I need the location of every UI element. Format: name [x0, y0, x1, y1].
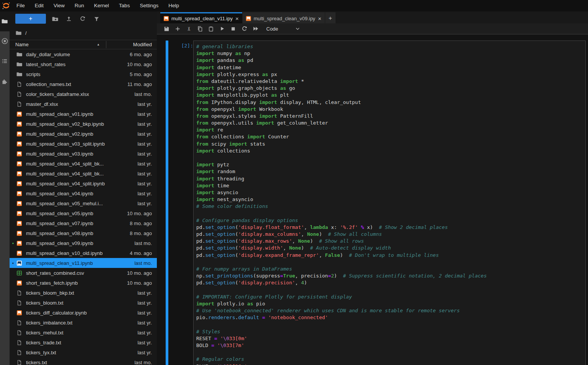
breadcrumb[interactable]: /	[10, 26, 157, 40]
kernel-dot-placeholder: ●	[10, 351, 16, 354]
run-button[interactable]	[217, 24, 228, 33]
file-name: multi_spread_clean_v03_split.ipynb	[26, 141, 137, 147]
running-icon[interactable]	[2, 38, 8, 44]
active-cell-indicator	[166, 41, 168, 365]
file-row[interactable]: ●tickers_trade.txtlast yr.	[10, 337, 157, 347]
file-row[interactable]: ●collection_names.txt11 mo. ago	[10, 79, 157, 89]
extensions-icon[interactable]	[2, 78, 8, 85]
file-icon	[16, 340, 23, 346]
file-row[interactable]: ●multi_spread_clean_v04_split_bk...last …	[10, 169, 157, 178]
file-row[interactable]: ●tickers_tyx.txtlast yr.	[10, 347, 157, 357]
filter-button[interactable]	[92, 14, 101, 23]
notebook-icon	[16, 310, 23, 316]
file-row[interactable]: ●short_rates_combined.csv10 mo. ago	[10, 268, 157, 278]
file-row[interactable]: ●multi_spread_clean_v02_bkp.ipynblast yr…	[10, 119, 157, 129]
new-tab-button[interactable]: +	[325, 12, 336, 23]
file-row[interactable]: ●scripts5 mo. ago	[10, 69, 157, 79]
menu-item-tabs[interactable]: Tabs	[114, 0, 135, 11]
file-name: collection_names.txt	[26, 81, 127, 87]
code-line: import datetime	[196, 64, 585, 71]
menu-item-edit[interactable]: Edit	[30, 0, 49, 11]
file-modified: last yr.	[137, 151, 157, 157]
file-row[interactable]: ●multi_spread_clean_v04_split.ipynblast …	[10, 178, 157, 188]
file-icon	[16, 330, 23, 336]
file-row[interactable]: ●multi_spread_clean_v10_old.ipynb4 mo. a…	[10, 248, 157, 258]
menu-item-kernel[interactable]: Kernel	[89, 0, 114, 11]
column-header-name[interactable]: Name ▲	[10, 42, 106, 47]
kernel-dot-placeholder: ●	[10, 281, 16, 285]
file-row[interactable]: ●daily_dollar_volume6 mo. ago	[10, 49, 157, 59]
refresh-button[interactable]	[78, 14, 87, 23]
close-icon[interactable]: ×	[318, 16, 321, 21]
code-line: # For numpy arrays in DataFrames	[196, 266, 585, 273]
file-row[interactable]: ●tickers_bloom.txtlast yr.	[10, 298, 157, 308]
code-line: pd.set_option('display.precision', 4)	[196, 279, 585, 286]
file-icon	[16, 360, 23, 365]
code-line: # general libraries	[196, 43, 585, 50]
column-header-modified[interactable]: Modified	[106, 42, 157, 47]
code-line: # Regular colors	[196, 356, 585, 363]
run-all-button[interactable]	[250, 24, 261, 33]
insert-below-button[interactable]	[172, 24, 183, 33]
kernel-dot-placeholder: ●	[10, 301, 16, 305]
kernel-dot-placeholder: ●	[10, 73, 16, 76]
file-modified: last yr.	[137, 310, 157, 316]
menu-item-view[interactable]: View	[49, 0, 70, 11]
file-row[interactable]: ●tickers_bloom_bkp.txtlast yr.	[10, 288, 157, 298]
file-name: multi_spread_clean_v04_split_bk...	[26, 171, 137, 177]
stop-button[interactable]	[228, 24, 239, 33]
save-button[interactable]	[161, 24, 172, 33]
cell-type-dropdown[interactable]: Code	[266, 26, 300, 32]
menu-item-file[interactable]: File	[11, 0, 30, 11]
file-row[interactable]: ●color_tickers_dataframe.xlsxlast mo.	[10, 89, 157, 99]
file-row[interactable]: ●master_df.xlsxlast yr.	[10, 99, 157, 109]
copy-button[interactable]	[194, 24, 205, 33]
file-modified: last yr.	[137, 101, 157, 107]
tab-multi_spread_clean_v09.ipy[interactable]: multi_spread_clean_v09.ipy×	[243, 12, 325, 23]
file-row[interactable]: ●short_rates_fetch.ipynb10 mo. ago	[10, 278, 157, 288]
file-row[interactable]: ●multi_spread_clean_v03.ipynblast yr.	[10, 149, 157, 159]
code-line: BOLD = '\033[7m'	[196, 342, 585, 349]
kernel-dot-placeholder: ●	[10, 222, 16, 225]
menu-item-help[interactable]: Help	[163, 0, 184, 11]
file-modified: 10 mo. ago	[127, 62, 157, 67]
file-modified: 8 mo. ago	[130, 230, 157, 236]
tab-bar: multi_spread_clean_v11.ipy×multi_spread_…	[157, 11, 588, 23]
new-launcher-button[interactable]: +	[15, 14, 46, 24]
file-row[interactable]: ●multi_spread_clean_v04.ipynblast yr.	[10, 188, 157, 198]
code-line: np.set_printoptions(suppress=True, preci…	[196, 273, 585, 279]
menu-item-run[interactable]: Run	[70, 0, 89, 11]
new-folder-button[interactable]	[50, 14, 60, 23]
sort-ascending-icon: ▲	[97, 43, 100, 46]
file-row[interactable]: ●multi_spread_clean_v05.ipynb10 mo. ago	[10, 208, 157, 218]
file-row[interactable]: ●multi_spread_clean_v09.ipynblast mo.	[10, 238, 157, 248]
breadcrumb-root[interactable]: /	[25, 30, 27, 36]
code-cell-editor[interactable]: # general librariesimport numpy as npimp…	[193, 41, 586, 365]
file-row[interactable]: ●tickers_imbalance.txtlast yr.	[10, 318, 157, 328]
file-row[interactable]: ●tickers_diff_calculator.ipynblast yr.	[10, 308, 157, 318]
files-icon[interactable]	[2, 18, 8, 24]
upload-button[interactable]	[64, 14, 73, 23]
file-row[interactable]: ●multi_spread_clean_v05_mehul.i...last y…	[10, 198, 157, 208]
file-row[interactable]: ●multi_spread_clean_v08.ipynb8 mo. ago	[10, 228, 157, 238]
cut-button[interactable]: ✂	[183, 24, 194, 33]
file-row[interactable]: ●multi_spread_clean_v11.ipynblast mo.	[10, 258, 157, 268]
notebook-content[interactable]: [2]: # general librariesimport numpy as …	[157, 34, 588, 365]
file-row[interactable]: ●multi_spread_clean_v07.ipynb8 mo. ago	[10, 218, 157, 228]
file-row[interactable]: ●tickers.txtlast mo.	[10, 357, 157, 365]
file-modified: last yr.	[137, 350, 157, 355]
file-row[interactable]: ●latest_short_rates10 mo. ago	[10, 59, 157, 69]
file-row[interactable]: ●multi_spread_clean_v01.ipynblast yr.	[10, 109, 157, 119]
code-line: from IPython.display import display, HTM…	[196, 99, 585, 106]
restart-button[interactable]	[239, 24, 250, 33]
file-row[interactable]: ●multi_spread_clean_v03_split.ipynblast …	[10, 139, 157, 149]
paste-button[interactable]	[205, 24, 217, 33]
file-row[interactable]: ●multi_spread_clean_v04_split_bk...last …	[10, 159, 157, 169]
menu-item-settings[interactable]: Settings	[135, 0, 163, 11]
tab-multi_spread_clean_v11.ipy[interactable]: multi_spread_clean_v11.ipy×	[160, 12, 242, 23]
close-icon[interactable]: ×	[235, 16, 239, 21]
file-name: tickers_bloom.txt	[26, 300, 137, 306]
file-row[interactable]: ●multi_spread_clean_v02.ipynblast yr.	[10, 129, 157, 139]
file-row[interactable]: ●tickers_mehul.txtlast yr.	[10, 328, 157, 337]
table-of-contents-icon[interactable]	[2, 58, 8, 65]
